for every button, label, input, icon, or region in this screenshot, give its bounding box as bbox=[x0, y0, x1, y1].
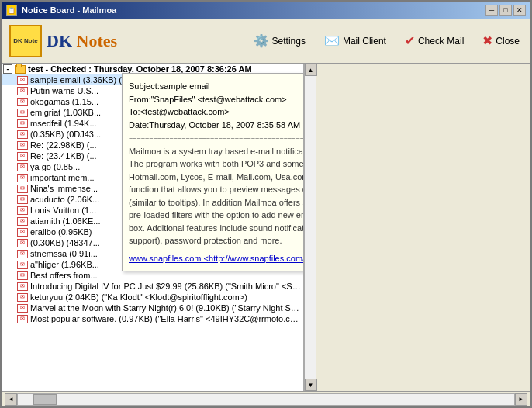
item-text: Most popular software. (0.97KB) ("Ella H… bbox=[30, 314, 302, 323]
item-text: (0.35KB) (0DJ43... bbox=[30, 130, 101, 139]
status-bar: ◄ ► bbox=[2, 391, 530, 406]
item-text: okogamas (1.15... bbox=[30, 97, 98, 106]
item-text: Marvel at the Moon with Starry Night(r) … bbox=[30, 303, 302, 313]
app-name-notes: Notes bbox=[72, 31, 117, 50]
email-icon: ✉ bbox=[17, 87, 28, 95]
header-bar: DK Note DK Notes ⚙️ Settings ✉️ Mail Cli… bbox=[2, 19, 530, 64]
check-mail-label: Check Mail bbox=[418, 36, 464, 47]
email-icon: ✉ bbox=[17, 195, 28, 204]
app-icon: 📋 bbox=[6, 5, 17, 16]
email-icon: ✉ bbox=[17, 163, 28, 171]
content-area: - test - Checked : Thursday, October 18,… bbox=[2, 64, 530, 391]
email-icon: ✉ bbox=[17, 119, 28, 128]
item-text: important mem... bbox=[30, 173, 95, 182]
popup-link: www.snapfiles.com <http://www.snapfiles.… bbox=[129, 252, 304, 265]
list-item[interactable]: ✉ keturyuu (2.04KB) ("Ka Klodt" <Klodt@s… bbox=[2, 292, 303, 303]
scroll-right-arrow[interactable]: ► bbox=[515, 393, 527, 406]
app-name-dk: DK bbox=[47, 31, 72, 50]
scroll-track[interactable] bbox=[305, 76, 316, 379]
item-text: emigriat (1.03KB... bbox=[30, 108, 101, 117]
toolbar: ⚙️ Settings ✉️ Mail Client ✔ Check Mail … bbox=[250, 32, 523, 50]
popup-to: To:<test@webattack.com> bbox=[129, 105, 304, 119]
email-icon: ✉ bbox=[17, 206, 28, 215]
check-mail-icon: ✔ bbox=[405, 33, 415, 48]
popup-subject: Subject:sample email bbox=[129, 80, 304, 93]
item-text: erailbo (0.95KB) bbox=[30, 227, 92, 237]
item-text: msedfeil (1.94K... bbox=[30, 119, 97, 128]
popup-date: Date:Thursday, October 18, 2007 8:35:58 … bbox=[129, 119, 304, 132]
item-text: ya go (0.85... bbox=[30, 162, 80, 171]
email-icon: ✉ bbox=[17, 76, 28, 85]
app-logo: DK Note DK Notes bbox=[9, 25, 117, 57]
item-text: a"hliger (1.96KB... bbox=[30, 260, 99, 269]
title-bar-left: 📋 Notice Board - Mailmoa bbox=[6, 5, 116, 16]
mail-client-label: Mail Client bbox=[343, 36, 386, 47]
email-icon: ✉ bbox=[17, 239, 28, 247]
tree-panel[interactable]: - test - Checked : Thursday, October 18,… bbox=[2, 64, 304, 391]
popup-header: Subject:sample email From:"SnapFiles" <t… bbox=[129, 80, 304, 131]
mail-client-button[interactable]: ✉️ Mail Client bbox=[321, 32, 389, 50]
item-text: Introducing Digital IV for PC Just $29.9… bbox=[30, 282, 302, 291]
list-item[interactable]: ✉ Introducing Digital IV for PC Just $29… bbox=[2, 281, 303, 292]
settings-button[interactable]: ⚙️ Settings bbox=[250, 32, 309, 50]
horizontal-scrollbar-thumb[interactable] bbox=[33, 394, 57, 405]
email-icon: ✉ bbox=[17, 98, 28, 106]
popup-from: From:"SnapFiles" <test@webattack.com> bbox=[129, 93, 304, 106]
email-icon: ✉ bbox=[17, 141, 28, 150]
close-label: Close bbox=[496, 36, 520, 47]
item-text: keturyuu (2.04KB) ("Ka Klodt" <Klodt@spi… bbox=[30, 292, 247, 302]
horizontal-scrollbar[interactable] bbox=[17, 393, 515, 406]
folder-icon bbox=[15, 65, 26, 74]
list-item[interactable]: ✉ Marvel at the Moon with Starry Night(r… bbox=[2, 303, 303, 313]
maximize-button[interactable]: □ bbox=[499, 5, 512, 16]
title-bar: 📋 Notice Board - Mailmoa ─ □ ✕ bbox=[2, 2, 530, 19]
popup-body: Mailmoa is a system tray based e-mail no… bbox=[129, 145, 304, 247]
scroll-left-arrow[interactable]: ◄ bbox=[5, 393, 17, 406]
email-icon: ✉ bbox=[17, 228, 28, 237]
item-text: Nina's immense... bbox=[30, 184, 98, 193]
item-text: atiamith (1.06KE... bbox=[30, 216, 101, 226]
email-icon: ✉ bbox=[17, 293, 28, 302]
email-icon: ✉ bbox=[17, 152, 28, 161]
email-icon: ✉ bbox=[17, 315, 28, 323]
close-title-button[interactable]: ✕ bbox=[513, 5, 526, 16]
collapse-icon[interactable]: - bbox=[3, 64, 12, 74]
item-text: Putin warns U.S... bbox=[30, 86, 98, 95]
email-icon: ✉ bbox=[17, 217, 28, 226]
email-icon: ✉ bbox=[17, 109, 28, 117]
email-icon: ✉ bbox=[17, 174, 28, 182]
item-text: stnemssa (0.91i... bbox=[30, 249, 98, 258]
email-icon: ✉ bbox=[17, 271, 28, 280]
email-icon: ✉ bbox=[17, 261, 28, 269]
item-text: acuducto (2.06K... bbox=[30, 195, 99, 204]
popup-divider-text: ========================================… bbox=[129, 134, 304, 145]
settings-icon: ⚙️ bbox=[254, 33, 269, 48]
list-item[interactable]: ✉ Best offers from... bbox=[2, 270, 303, 281]
popup-link-text: www.snapfiles.com <http://www.snapfiles.… bbox=[129, 254, 304, 263]
item-text: Louis Vuitton (1... bbox=[30, 206, 96, 215]
minimize-button[interactable]: ─ bbox=[485, 5, 498, 16]
window-title: Notice Board - Mailmoa bbox=[22, 5, 116, 15]
email-icon: ✉ bbox=[17, 185, 28, 193]
close-icon: ✖ bbox=[482, 33, 492, 48]
settings-label: Settings bbox=[272, 36, 306, 47]
title-controls: ─ □ ✕ bbox=[485, 5, 526, 16]
email-icon: ✉ bbox=[17, 250, 28, 258]
item-text: Re: (23.41KB) (... bbox=[30, 151, 97, 161]
email-icon: ✉ bbox=[17, 130, 28, 139]
list-item[interactable]: ✉ Most popular software. (0.97KB) ("Ella… bbox=[2, 313, 303, 324]
logo-note-text: DK Note bbox=[13, 37, 38, 44]
scroll-down-arrow[interactable]: ▼ bbox=[305, 379, 317, 391]
item-text: Re: (22.98KB) (... bbox=[30, 140, 97, 150]
main-window: 📋 Notice Board - Mailmoa ─ □ ✕ DK Note D… bbox=[0, 0, 532, 408]
close-button[interactable]: ✖ Close bbox=[479, 32, 523, 50]
item-text: (0.30KB) (48347... bbox=[30, 238, 100, 247]
email-icon: ✉ bbox=[17, 304, 28, 313]
scroll-up-arrow[interactable]: ▲ bbox=[305, 64, 317, 76]
email-preview-popup: Subject:sample email From:"SnapFiles" <t… bbox=[122, 73, 304, 271]
vertical-scrollbar[interactable]: ▲ ▼ bbox=[304, 64, 316, 391]
check-mail-button[interactable]: ✔ Check Mail bbox=[402, 32, 467, 50]
item-text: Best offers from... bbox=[30, 271, 98, 280]
app-name: DK Notes bbox=[47, 31, 117, 51]
mail-client-icon: ✉️ bbox=[324, 33, 340, 48]
